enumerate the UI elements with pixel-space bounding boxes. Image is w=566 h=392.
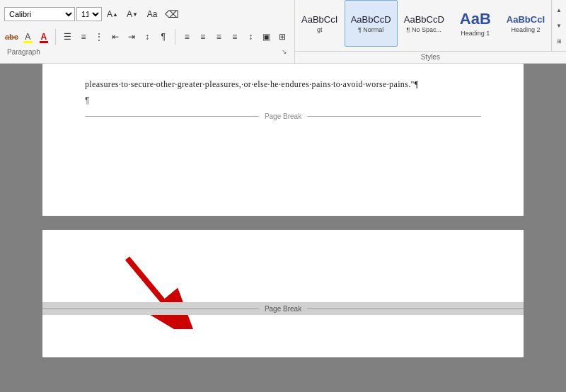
doc-text-line: pleasures·to·secure·other·greater·pleasu…	[85, 78, 481, 91]
page-break-label-1: Page Break	[259, 113, 307, 120]
sort-button[interactable]: ↕	[140, 28, 155, 45]
styles-panel: AaBbCcI gt AaBbCcD ¶ Normal AaBbCcD ¶ No…	[294, 0, 566, 63]
toolbar-section-labels: Paragraph ↘	[4, 48, 290, 57]
highlight-button[interactable]: A	[21, 28, 35, 45]
styles-row: AaBbCcI gt AaBbCcD ¶ Normal AaBbCcD ¶ No…	[295, 0, 566, 51]
style-h2-button[interactable]: AaBbCcI Heading 2	[500, 0, 551, 47]
paragraph-section-expand[interactable]: ↘	[282, 48, 287, 56]
font-name-select[interactable]: Calibri	[4, 7, 75, 21]
page-break-highlight: Page Break	[42, 302, 524, 315]
toolbar-row-2: abc A A ☰ ≡ ⋮ ⇤ ⇥ ↕ ¶ ≡ ≡ ≡ ≡ ↕ ▣ ⊞	[4, 25, 290, 48]
pilcrow-mark: ¶	[85, 96, 481, 105]
justify-button[interactable]: ≡	[228, 28, 243, 45]
change-case-button[interactable]: Aa	[143, 6, 161, 23]
style-h2-preview: AaBbCcI	[507, 14, 545, 25]
multilevel-list-button[interactable]: ⋮	[92, 28, 107, 45]
shading-button[interactable]: ▣	[260, 28, 275, 45]
styles-section-label: Styles	[295, 51, 566, 63]
page-2-bottom: Page Break	[42, 230, 524, 357]
styles-scroll-arrows: ▲ ▼ ⊞	[551, 0, 566, 51]
styles-scroll-down-button[interactable]: ▼	[553, 18, 565, 33]
shrink-font-button[interactable]: A▼	[123, 6, 142, 23]
paragraph-section-label: Paragraph	[7, 48, 40, 56]
red-arrow-annotation	[106, 244, 198, 329]
style-gt-preview: AaBbCcI	[301, 14, 337, 25]
styles-scroll-up-button[interactable]: ▲	[553, 3, 565, 17]
style-h1-preview: AaB	[460, 10, 491, 28]
numbered-list-button[interactable]: ≡	[76, 28, 91, 45]
style-h1-label: Heading 1	[461, 30, 490, 37]
style-h2-label: Heading 2	[511, 26, 540, 33]
style-nospace-preview: AaBbCcD	[404, 14, 444, 25]
bullets-button[interactable]: ☰	[60, 28, 75, 45]
styles-expand-button[interactable]: ⊞	[553, 34, 565, 48]
align-center-button[interactable]: ≡	[195, 28, 210, 45]
line-spacing-button[interactable]: ↕	[243, 28, 258, 45]
font-size-select[interactable]: 11	[76, 7, 102, 21]
align-right-button[interactable]: ≡	[212, 28, 226, 45]
style-normal-button[interactable]: AaBbCcD ¶ Normal	[345, 0, 398, 47]
toolbar-row-1: Calibri 11 A▲ A▼ Aa ⌫	[4, 3, 290, 25]
grow-font-button[interactable]: A▲	[103, 6, 122, 23]
style-gt-label: gt	[317, 26, 323, 33]
font-color-button[interactable]: A	[37, 28, 52, 45]
style-h1-button[interactable]: AaB Heading 1	[451, 0, 500, 47]
toolbar-left: Calibri 11 A▲ A▼ Aa ⌫ abc A A ☰ ≡ ⋮ ⇤ ⇥ …	[0, 0, 294, 63]
style-nospace-button[interactable]: AaBbCcD ¶ No Spac...	[398, 0, 451, 47]
page-1-top: pleasures·to·secure·other·greater·pleasu…	[42, 64, 524, 216]
strikethrough-button[interactable]: abc	[4, 28, 19, 45]
document-area: pleasures·to·secure·other·greater·pleasu…	[0, 64, 566, 392]
toolbar: Calibri 11 A▲ A▼ Aa ⌫ abc A A ☰ ≡ ⋮ ⇤ ⇥ …	[0, 0, 566, 64]
page-break-label-2: Page Break	[259, 305, 307, 313]
style-normal-label: ¶ Normal	[358, 26, 383, 33]
show-hide-button[interactable]: ¶	[156, 28, 171, 45]
increase-indent-button[interactable]: ⇥	[124, 28, 139, 45]
page-break-line-1: Page Break	[85, 113, 481, 120]
style-gt-button[interactable]: AaBbCcI gt	[295, 0, 345, 47]
clear-format-button[interactable]: ⌫	[163, 6, 181, 23]
style-normal-preview: AaBbCcD	[351, 14, 391, 25]
style-nospace-label: ¶ No Spac...	[407, 26, 441, 33]
page-gap	[0, 216, 566, 230]
align-left-button[interactable]: ≡	[180, 28, 195, 45]
decrease-indent-button[interactable]: ⇤	[108, 28, 123, 45]
borders-button[interactable]: ⊞	[275, 28, 290, 45]
font-area: Calibri 11 A▲ A▼ Aa ⌫	[4, 6, 181, 23]
